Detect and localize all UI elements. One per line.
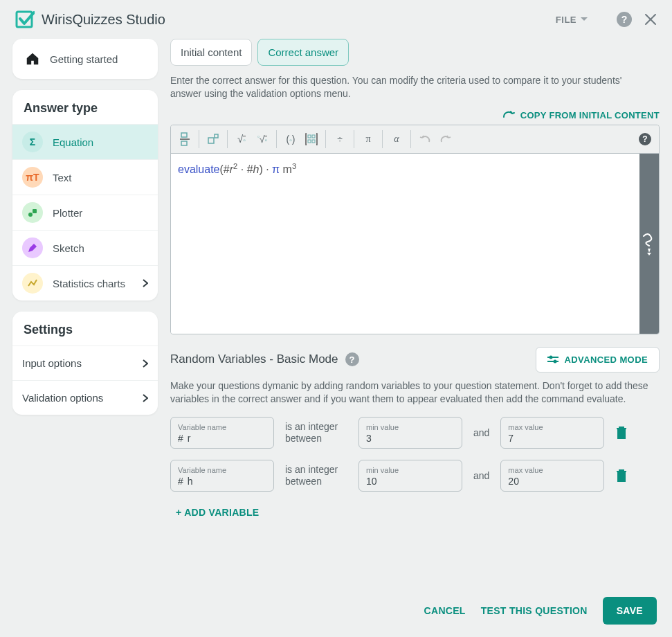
main-panel: Initial content Correct answer Enter the… — [170, 39, 660, 518]
add-variable-button[interactable]: + ADD VARIABLE — [170, 507, 660, 518]
advanced-mode-button[interactable]: ADVANCED MODE — [536, 347, 660, 373]
svg-rect-4 — [33, 209, 37, 213]
handwriting-rail[interactable] — [639, 154, 659, 334]
variable-name-field[interactable]: Variable name #r — [170, 417, 274, 449]
min-value-field[interactable]: min value 3 — [358, 417, 462, 449]
close-button[interactable] — [644, 13, 657, 26]
tool-parentheses[interactable]: (▫) — [281, 128, 300, 150]
tool-undo[interactable] — [415, 128, 435, 150]
chevron-right-icon — [143, 394, 148, 402]
sigma-icon: Σ — [22, 132, 43, 152]
chevron-right-icon — [143, 359, 148, 368]
answer-type-label: Equation — [53, 136, 93, 148]
svg-rect-5 — [181, 133, 187, 137]
answer-type-statistics[interactable]: Statistics charts — [12, 265, 158, 300]
variable-name-field[interactable]: Variable name #h — [170, 460, 274, 492]
text-icon: πT — [22, 167, 43, 188]
handwriting-icon — [642, 232, 656, 255]
app-header: WirisQuizzes Studio FILE ? — [0, 0, 672, 35]
and-text: and — [473, 470, 489, 481]
editor-input[interactable]: evaluate(#r2 · #h) · π m3 — [171, 154, 639, 334]
app-logo — [15, 10, 35, 29]
variable-row: Variable name #r is an integer between m… — [170, 417, 660, 449]
pencil-icon — [22, 237, 43, 258]
formula-content: evaluate(#r2 · #h) · π m3 — [178, 163, 296, 175]
svg-rect-20 — [618, 429, 625, 438]
field-label: Variable name — [178, 466, 266, 474]
tool-superscript[interactable] — [203, 128, 223, 150]
answer-type-plotter[interactable]: Plotter — [12, 195, 158, 230]
tool-sqrt[interactable]: √▫ — [232, 128, 251, 150]
tool-divide[interactable]: ÷ — [330, 128, 349, 150]
answer-type-equation[interactable]: Σ Equation — [12, 124, 158, 159]
tool-nroot[interactable]: ▫√▫ — [253, 128, 272, 150]
redo-arrow-icon — [502, 110, 515, 120]
svg-rect-12 — [308, 140, 311, 143]
content-tabs: Initial content Correct answer — [170, 39, 660, 66]
help-icon[interactable]: ? — [617, 12, 632, 27]
chevron-right-icon — [143, 279, 148, 287]
footer-actions: CANCEL TEST THIS QUESTION SAVE — [424, 597, 657, 625]
getting-started-card[interactable]: Getting started — [12, 39, 158, 79]
random-variables-section: Random Variables - Basic Mode ? ADVANCED… — [170, 347, 660, 518]
save-button[interactable]: SAVE — [603, 597, 657, 625]
svg-rect-11 — [312, 135, 315, 138]
copy-from-initial-button[interactable]: COPY FROM INITIAL CONTENT — [502, 110, 660, 120]
answer-type-sketch[interactable]: Sketch — [12, 230, 158, 265]
variable-name-value: h — [188, 476, 193, 487]
settings-validation-options[interactable]: Validation options — [12, 380, 158, 415]
delete-variable-button[interactable] — [615, 426, 628, 440]
between-text: is an integer between — [285, 464, 347, 487]
file-menu[interactable]: FILE — [556, 15, 588, 25]
max-value: 7 — [508, 433, 597, 444]
svg-rect-13 — [312, 140, 315, 143]
chevron-down-icon — [581, 17, 588, 21]
max-value-field[interactable]: max value 7 — [500, 417, 604, 449]
random-section-title: Random Variables - Basic Mode — [170, 352, 338, 366]
svg-rect-8 — [208, 138, 214, 143]
settings-card: Settings Input options Validation option… — [12, 312, 158, 415]
max-value: 20 — [508, 476, 597, 487]
tool-matrix[interactable] — [302, 128, 321, 150]
svg-point-3 — [28, 213, 33, 217]
test-question-button[interactable]: TEST THIS QUESTION — [481, 605, 588, 616]
advanced-mode-label: ADVANCED MODE — [564, 355, 648, 365]
answer-type-title: Answer type — [12, 90, 158, 124]
variable-row: Variable name #h is an integer between m… — [170, 460, 660, 492]
plotter-icon — [22, 202, 43, 223]
svg-text:?: ? — [642, 134, 647, 144]
app-title: WirisQuizzes Studio — [42, 12, 165, 28]
cancel-button[interactable]: CANCEL — [424, 605, 466, 616]
answer-type-text[interactable]: πT Text — [12, 159, 158, 195]
tool-redo[interactable] — [436, 128, 455, 150]
field-label: max value — [508, 466, 597, 474]
field-label: min value — [366, 466, 455, 474]
sidebar: Getting started Answer type Σ Equation π… — [12, 39, 158, 518]
getting-started-label: Getting started — [50, 53, 118, 65]
settings-input-options[interactable]: Input options — [12, 346, 158, 380]
answer-type-label: Statistics charts — [53, 278, 125, 289]
tool-pi[interactable]: π — [358, 128, 378, 150]
max-value-field[interactable]: max value 20 — [500, 460, 604, 492]
copy-button-label: COPY FROM INITIAL CONTENT — [520, 110, 660, 120]
svg-rect-10 — [308, 135, 311, 138]
equation-editor: √▫ ▫√▫ (▫) ÷ π α ? evalua — [170, 125, 660, 334]
tool-fraction[interactable] — [175, 128, 194, 150]
random-section-description: Make your questions dymanic by adding ra… — [170, 379, 660, 406]
tab-correct-answer[interactable]: Correct answer — [257, 39, 349, 66]
and-text: and — [473, 427, 489, 438]
editor-help-icon[interactable]: ? — [635, 128, 655, 150]
tab-initial-content[interactable]: Initial content — [170, 39, 252, 66]
svg-rect-21 — [618, 472, 625, 481]
field-label: Variable name — [178, 423, 266, 431]
settings-item-label: Validation options — [22, 392, 103, 404]
svg-point-19 — [554, 360, 557, 364]
min-value-field[interactable]: min value 10 — [358, 460, 462, 492]
tool-alpha[interactable]: α — [387, 128, 406, 150]
field-label: min value — [366, 423, 455, 431]
tab-description: Enter the correct answer for this questi… — [170, 74, 627, 100]
svg-rect-9 — [215, 134, 218, 138]
variable-name-value: r — [188, 433, 191, 444]
delete-variable-button[interactable] — [615, 469, 628, 483]
help-icon[interactable]: ? — [345, 352, 359, 366]
